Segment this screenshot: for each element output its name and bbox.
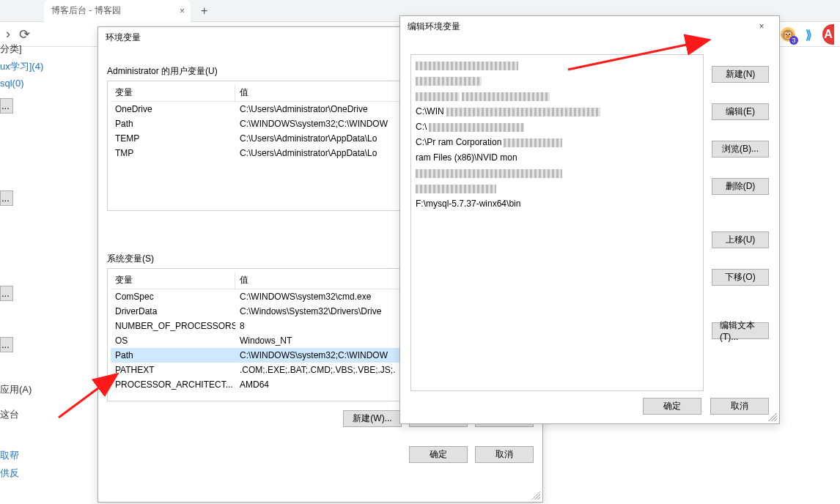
list-item[interactable]: C:\Pr ram Corporation	[416, 135, 699, 150]
sidebar-item[interactable]: 分类]	[0, 40, 44, 58]
close-button[interactable]: ×	[747, 18, 776, 35]
sidebar-feedback-link[interactable]: 供反	[0, 464, 19, 482]
browse-button[interactable]: 浏览(B)...	[712, 141, 769, 158]
list-item[interactable]	[416, 166, 699, 181]
list-item[interactable]: ram Files (x86)\NVID mon	[416, 150, 699, 166]
list-item[interactable]	[416, 58, 699, 73]
sidebar-button-fragment[interactable]: ...	[0, 190, 13, 206]
var-name: ComSpec	[111, 289, 235, 304]
sidebar-item[interactable]: sql(0)	[0, 75, 44, 91]
browser-tab[interactable]: 博客后台 - 博客园 ×	[44, 0, 191, 22]
resize-grip[interactable]	[768, 412, 777, 421]
sidebar-button-fragment[interactable]: ...	[0, 286, 13, 301]
move-up-button[interactable]: 上移(U)	[712, 231, 769, 248]
var-name: PATHEXT	[111, 363, 235, 377]
edit-entry-button[interactable]: 编辑(E)	[712, 103, 769, 120]
path-entries-listbox[interactable]: C:\WIN C:\ C:\Pr ram Corporation ram Fil…	[410, 54, 704, 391]
edit-env-variable-dialog: 编辑环境变量 × C:\WIN C:\ C:\Pr ram Corporatio…	[399, 15, 780, 424]
sidebar-button-fragment[interactable]: ...	[0, 98, 13, 114]
move-down-button[interactable]: 下移(O)	[712, 269, 769, 286]
var-name: Path	[111, 116, 235, 131]
var-name: NUMBER_OF_PROCESSORS	[111, 319, 235, 333]
list-item[interactable]: C:\WIN	[416, 104, 699, 119]
sidebar-help-link[interactable]: 取帮	[0, 447, 19, 464]
list-item[interactable]	[416, 73, 699, 89]
var-name: Path	[111, 348, 235, 363]
new-entry-button[interactable]: 新建(N)	[712, 66, 769, 83]
sidebar-apps-label: 应用(A)	[0, 381, 32, 399]
sidebar-button-fragment[interactable]: ...	[0, 337, 13, 352]
close-icon: ×	[759, 21, 764, 32]
sidebar-item[interactable]: ux学习](4)	[0, 58, 44, 75]
cancel-button[interactable]: 取消	[475, 446, 534, 463]
ok-button[interactable]: 确定	[643, 398, 701, 415]
delete-entry-button[interactable]: 删除(D)	[712, 178, 769, 195]
var-name: TMP	[111, 146, 235, 160]
col-header-variable[interactable]: 变量	[111, 84, 235, 101]
ok-button[interactable]: 确定	[409, 446, 468, 463]
list-item[interactable]: F:\mysql-5.7.37-winx64\bin	[416, 196, 699, 212]
var-name: DriverData	[111, 304, 235, 319]
cast-icon[interactable]: ⟫	[806, 28, 812, 42]
var-name: OS	[111, 333, 235, 348]
new-tab-button[interactable]: +	[201, 4, 207, 18]
list-item[interactable]	[416, 89, 699, 104]
nav-forward-icon[interactable]: ›	[6, 26, 10, 42]
cancel-button[interactable]: 取消	[710, 398, 769, 415]
tab-title: 博客后台 - 博客园	[51, 4, 121, 17]
extension-icon[interactable]: A	[822, 24, 834, 45]
list-item[interactable]: C:\	[416, 119, 699, 135]
sidebar-text: 这台	[0, 406, 32, 423]
close-tab-icon[interactable]: ×	[180, 6, 185, 16]
new-sys-var-button[interactable]: 新建(W)...	[343, 410, 402, 427]
col-header-variable[interactable]: 变量	[111, 272, 235, 289]
var-name: TEMP	[111, 131, 235, 146]
var-name: OneDrive	[111, 102, 235, 116]
tampermonkey-icon[interactable]: 🐵	[781, 27, 795, 42]
list-item[interactable]	[416, 181, 699, 196]
var-name: PROCESSOR_ARCHITECT...	[111, 377, 235, 392]
resize-grip[interactable]	[531, 491, 540, 500]
edit-text-button[interactable]: 编辑文本(T)...	[712, 322, 769, 339]
dialog-title: 编辑环境变量	[400, 16, 779, 37]
